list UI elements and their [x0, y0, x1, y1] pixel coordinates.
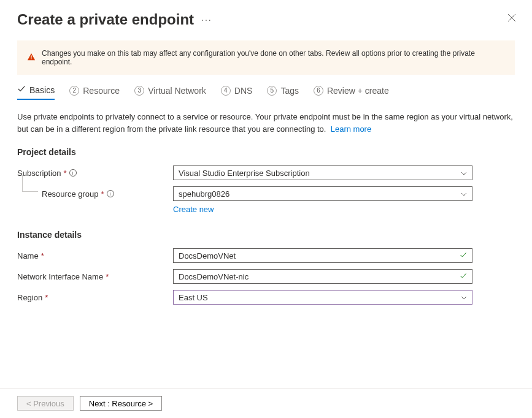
resource-group-value: spehubrg0826	[179, 189, 229, 199]
required-icon: *	[64, 169, 67, 178]
warning-text: Changes you make on this tab may affect …	[42, 49, 505, 66]
nic-name-value: DocsDemoVNet-nic	[179, 272, 249, 281]
more-options-icon[interactable]: ···	[201, 15, 212, 25]
tab-review[interactable]: 6 Review + create	[314, 85, 389, 100]
resource-group-select[interactable]: spehubrg0826	[173, 186, 472, 201]
name-label: Name *	[17, 251, 173, 260]
tab-tags[interactable]: 5 Tags	[267, 85, 299, 100]
learn-more-link[interactable]: Learn more	[331, 124, 371, 134]
nic-name-input[interactable]: DocsDemoVNet-nic	[173, 269, 472, 284]
required-icon: *	[101, 189, 104, 199]
instance-details-heading: Instance details	[17, 230, 515, 240]
tab-number-icon: 4	[221, 86, 231, 96]
name-input[interactable]: DocsDemoVNet	[173, 248, 472, 263]
region-value: East US	[179, 293, 208, 302]
tab-number-icon: 6	[314, 86, 323, 96]
valid-check-icon	[460, 251, 467, 260]
required-icon: *	[106, 272, 109, 281]
chevron-down-icon	[461, 191, 467, 197]
subscription-value: Visual Studio Enterprise Subscription	[179, 169, 310, 178]
svg-rect-1	[31, 58, 31, 59]
warning-icon	[27, 53, 36, 63]
info-icon[interactable]: i	[69, 169, 77, 177]
tab-resource[interactable]: 2 Resource	[69, 85, 120, 100]
required-icon: *	[41, 251, 44, 260]
tab-basics[interactable]: Basics	[17, 85, 55, 100]
tab-virtual-network-label: Virtual Network	[148, 86, 206, 96]
tab-number-icon: 2	[69, 86, 79, 96]
tab-number-icon: 5	[267, 86, 277, 96]
tab-virtual-network[interactable]: 3 Virtual Network	[134, 85, 206, 100]
tab-dns[interactable]: 4 DNS	[221, 85, 253, 100]
subscription-select[interactable]: Visual Studio Enterprise Subscription	[173, 165, 472, 180]
tab-resource-label: Resource	[83, 86, 120, 96]
tab-dns-label: DNS	[234, 86, 253, 96]
close-icon	[507, 13, 516, 22]
next-button[interactable]: Next : Resource >	[80, 396, 162, 411]
close-button[interactable]	[507, 13, 517, 23]
tab-review-label: Review + create	[327, 86, 389, 96]
tab-tags-label: Tags	[280, 86, 299, 96]
previous-button: < Previous	[17, 396, 74, 411]
region-label: Region *	[17, 293, 173, 302]
tab-number-icon: 3	[134, 86, 144, 96]
valid-check-icon	[460, 272, 467, 281]
region-select[interactable]: East US	[173, 290, 472, 305]
description-text: Use private endpoints to privately conne…	[17, 111, 515, 135]
create-new-link[interactable]: Create new	[173, 205, 515, 214]
tab-basics-label: Basics	[29, 85, 55, 95]
chevron-down-icon	[461, 294, 467, 301]
project-details-heading: Project details	[17, 147, 515, 157]
chevron-down-icon	[461, 170, 467, 177]
page-title: Create a private endpoint	[17, 11, 194, 28]
required-icon: *	[45, 293, 48, 302]
subscription-label: Subscription * i	[17, 169, 173, 178]
resource-group-label: Resource group * i	[42, 189, 173, 199]
nic-name-label: Network Interface Name *	[17, 272, 173, 281]
info-icon[interactable]: i	[107, 190, 114, 197]
check-icon	[17, 85, 26, 95]
footer: < Previous Next : Resource >	[0, 388, 532, 418]
tree-connector-icon	[17, 186, 42, 201]
warning-banner: Changes you make on this tab may affect …	[17, 40, 515, 75]
svg-rect-0	[31, 55, 31, 58]
tabs-container: Basics 2 Resource 3 Virtual Network 4 DN…	[0, 85, 532, 100]
name-value: DocsDemoVNet	[179, 251, 236, 260]
